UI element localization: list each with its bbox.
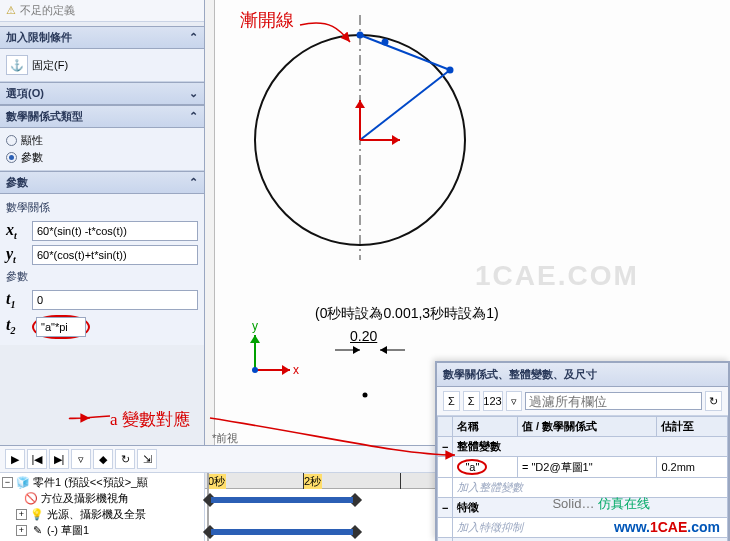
status-text: 不足的定義: [20, 3, 75, 18]
equations-panel-title: 數學關係式、整體變數、及尺寸: [437, 363, 728, 387]
play-button[interactable]: ▶: [5, 449, 25, 469]
cat-eq[interactable]: 數學關係式: [453, 538, 728, 542]
tree-root-label: 零件1 (預設<<預設>_顯: [33, 475, 148, 490]
svg-marker-10: [355, 100, 365, 108]
param-t2-row: t2: [6, 313, 198, 341]
collapse-icon[interactable]: ⌃: [189, 110, 198, 123]
t1-input[interactable]: [32, 290, 198, 310]
svg-line-2: [360, 35, 450, 70]
section-params-title: 參數: [6, 175, 28, 190]
tree-n2[interactable]: + 💡 光源、攝影機及全景: [2, 507, 202, 523]
yt-input[interactable]: [32, 245, 198, 265]
filter-button[interactable]: ▿: [71, 449, 91, 469]
section-eqtype-title: 數學關係式類型: [6, 109, 83, 124]
svg-marker-8: [392, 135, 400, 145]
section-options-header[interactable]: 選項(O) ⌄: [0, 82, 204, 105]
xt-sub: t: [14, 230, 17, 241]
sketch-icon: ✎: [30, 524, 44, 537]
section-eqtype-header[interactable]: 數學關係式類型 ⌃: [0, 105, 204, 128]
section-params-header[interactable]: 參數 ⌃: [0, 171, 204, 194]
tree-collapse-icon[interactable]: −: [2, 477, 13, 488]
section-eqtype-body: 顯性 參數: [0, 128, 204, 171]
a-eval: 0.2mm: [657, 457, 728, 478]
params-group1-label: 數學關係: [6, 198, 198, 219]
equations-toolbar: Σ Σ 123 ▿ ↻: [437, 387, 728, 416]
radio-param-label: 參數: [21, 150, 43, 165]
param-t1-row: t1: [6, 288, 198, 312]
section-constraints-header[interactable]: 加入限制條件 ⌃: [0, 26, 204, 49]
a-name: "a": [465, 461, 479, 473]
prev-key-button[interactable]: |◀: [27, 449, 47, 469]
svg-line-3: [360, 70, 450, 140]
tree-expand-icon[interactable]: +: [16, 509, 27, 520]
eq-tool-3[interactable]: 123: [483, 391, 503, 411]
tree-n2-label: 光源、攝影機及全景: [47, 507, 146, 522]
svg-text:y: y: [252, 319, 258, 333]
expand-icon[interactable]: ⌄: [189, 87, 198, 100]
row-a[interactable]: "a" = "D2@草圖1" 0.2mm: [438, 457, 728, 478]
next-key-button[interactable]: ▶|: [49, 449, 69, 469]
annotation-a-var: a 變數對應: [110, 408, 190, 431]
ruler-0s: 0秒: [207, 474, 226, 489]
section-constraints-title: 加入限制條件: [6, 30, 72, 45]
svg-text:x: x: [293, 363, 299, 377]
radio-visible[interactable]: 顯性: [6, 132, 198, 149]
equations-panel[interactable]: 數學關係式、整體變數、及尺寸 Σ Σ 123 ▿ ↻ 名稱 值 / 數學關係式 …: [435, 361, 730, 541]
t1-sub: 1: [10, 300, 15, 311]
svg-point-22: [363, 393, 368, 398]
section-constraints-body: ⚓ 固定(F): [0, 49, 204, 82]
track-bar[interactable]: [211, 497, 353, 503]
tree-n3[interactable]: + ✎ (-) 草圖1: [2, 523, 202, 539]
part-icon: 🧊: [16, 476, 30, 489]
radio-icon[interactable]: [6, 135, 17, 146]
svg-point-5: [447, 67, 454, 74]
key-toggle-button[interactable]: ◆: [93, 449, 113, 469]
a-var-circle: "a": [457, 459, 487, 475]
params-body: 數學關係 xt yt 參數 t1 t2: [0, 194, 204, 345]
col-eval: 估計至: [657, 417, 728, 437]
annotation-timing: (0秒時設為0.001,3秒時設為1): [315, 305, 499, 323]
svg-marker-12: [282, 365, 290, 375]
timeline-tree[interactable]: − 🧊 零件1 (預設<<預設>_顯 🚫 方位及攝影機視角 + 💡 光源、攝影機…: [0, 473, 205, 541]
t2-sub: 2: [10, 326, 15, 337]
t2-input[interactable]: [36, 317, 86, 337]
t2-highlight-circle: [32, 315, 90, 339]
annotation-involute: 漸開線: [240, 8, 294, 32]
radio-checked-icon[interactable]: [6, 152, 17, 163]
fix-label: 固定(F): [32, 58, 68, 73]
filter-icon[interactable]: ▿: [506, 391, 523, 411]
tree-expand-icon[interactable]: +: [16, 525, 27, 536]
expand-button[interactable]: ⇲: [137, 449, 157, 469]
a-value[interactable]: = "D2@草圖1": [517, 457, 656, 478]
warning-icon: ⚠: [6, 4, 16, 17]
svg-point-4: [357, 32, 364, 39]
svg-point-15: [252, 367, 258, 373]
collapse-icon[interactable]: ⌃: [189, 176, 198, 189]
tree-n1[interactable]: 🚫 方位及攝影機視角: [2, 491, 202, 507]
collapse-icon[interactable]: ⌃: [189, 31, 198, 44]
xt-input[interactable]: [32, 221, 198, 241]
loop-button[interactable]: ↻: [115, 449, 135, 469]
eq-tool-1[interactable]: Σ: [443, 391, 460, 411]
radio-param[interactable]: 參數: [6, 149, 198, 166]
eq-refresh-button[interactable]: ↻: [705, 391, 722, 411]
cat-global[interactable]: 整體變數: [453, 437, 728, 457]
tree-n1-label: 方位及攝影機視角: [41, 491, 129, 506]
eq-tool-2[interactable]: Σ: [463, 391, 480, 411]
xt-var: x: [6, 221, 14, 238]
yt-sub: t: [13, 254, 16, 265]
light-icon: 💡: [30, 508, 44, 521]
params-group2-label: 參數: [6, 267, 198, 288]
ruler-2s: 2秒: [303, 474, 322, 489]
radio-visible-label: 顯性: [21, 133, 43, 148]
tree-root[interactable]: − 🧊 零件1 (預設<<預設>_顯: [2, 475, 202, 491]
filter-input[interactable]: [525, 392, 702, 410]
svg-marker-14: [250, 335, 260, 343]
anchor-icon[interactable]: ⚓: [6, 55, 28, 75]
brand-url: www.1CAE.com: [614, 519, 720, 535]
section-options-title: 選項(O): [6, 86, 44, 101]
dimension-value[interactable]: 0.20: [350, 328, 377, 344]
param-yt-row: yt: [6, 243, 198, 267]
col-value: 值 / 數學關係式: [517, 417, 656, 437]
track-bar[interactable]: [211, 529, 353, 535]
